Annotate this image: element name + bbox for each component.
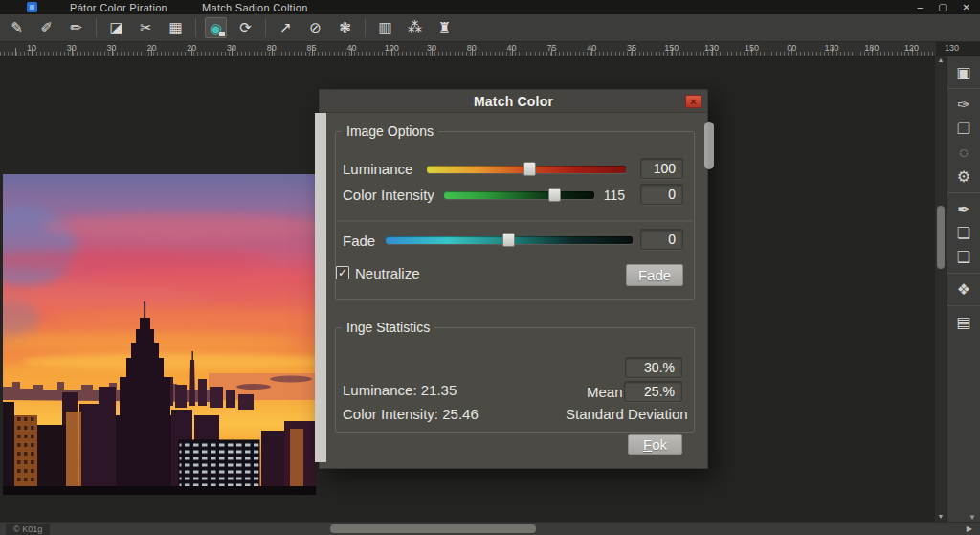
brush-icon[interactable]: ✐ (35, 17, 57, 38)
status-bar: © K01g ▶ (0, 522, 980, 535)
background-panel-edge (315, 113, 326, 462)
color-intensity-inline-value: 115 (592, 188, 625, 203)
scroll-up-icon[interactable]: ▲ (935, 56, 947, 63)
dialog-title: Match Color (320, 90, 707, 113)
dashed-circle-icon[interactable]: ◌ (951, 142, 976, 164)
ruler-label: 30 (427, 43, 436, 53)
mean-label: Mean (587, 384, 623, 400)
book-icon[interactable]: ▥ (374, 17, 396, 38)
toolbar-divider (265, 18, 266, 37)
marker-icon[interactable]: ✏ (65, 17, 87, 38)
sidebar-divider (947, 192, 980, 193)
vertical-scrollbar-thumb[interactable] (937, 206, 945, 269)
luminance-handle[interactable] (523, 162, 536, 176)
duplicate-icon[interactable]: ❑ (951, 246, 976, 268)
dialog-edge-highlight (704, 122, 714, 169)
minimize-icon[interactable]: – (918, 0, 924, 14)
ruler-label: 130 (945, 43, 959, 53)
color-intensity-track[interactable] (444, 191, 594, 199)
stamp-icon[interactable]: ♜ (434, 17, 456, 38)
scroll-right-icon[interactable]: ▶ (967, 524, 972, 533)
ruler-label: 35 (627, 43, 636, 53)
neutralize-checkbox[interactable] (336, 266, 349, 279)
pen-tool-icon[interactable]: ✑ (951, 94, 976, 116)
ruler-label: 40 (507, 43, 517, 53)
sidebar-icons: ▣✑❐◌⚙✒❏❑❖▤ (947, 61, 980, 335)
statistics-label: Inge Statistics (342, 320, 434, 335)
window-title: Pátor Color Piration (70, 2, 167, 13)
ruler-label: 00 (787, 43, 796, 53)
ruler-label: 40 (346, 43, 356, 53)
resize-corner-icon: ▼ (969, 513, 976, 522)
luminance-stat: Luminance: 21.35 (343, 382, 457, 398)
luminance-input[interactable]: 100 (640, 158, 683, 179)
toolbar: ✎✐✏◪✂▦◉⟳↗⊘❃▥⁂♜ (0, 14, 980, 42)
ruler-label: 130 (704, 43, 719, 53)
vertical-scrollbar[interactable]: ▲ ▼ (935, 56, 947, 522)
toolbar-groups: ✎✐✏◪✂▦◉⟳↗⊘❃▥⁂♜ (6, 17, 456, 38)
ruler-label: 20 (187, 43, 196, 53)
dialog-separator (337, 220, 693, 221)
sidebar-divider (947, 88, 980, 89)
sidebar-divider (947, 273, 980, 274)
copy-icon[interactable]: ❐ (951, 118, 976, 140)
tool-sidebar: ▣✑❐◌⚙✒❏❑❖▤ (947, 56, 980, 522)
fade-input[interactable]: 0 (640, 229, 683, 250)
app-logo-icon (27, 2, 37, 12)
pen-icon[interactable]: ✎ (6, 17, 28, 38)
ruler-label: 85 (307, 43, 317, 53)
node-tree-icon[interactable]: ⁂ (404, 17, 426, 38)
mean-input[interactable]: 25.% (624, 381, 682, 402)
dialog-titlebar[interactable]: Match Color ✕ (320, 90, 707, 113)
slice-icon[interactable]: ✂ (135, 17, 157, 38)
zoom-cancel-icon[interactable]: ⊘ (304, 17, 326, 38)
window-subtitle: Match Sadion Coltion (202, 2, 308, 13)
ruler-label: 130 (824, 43, 838, 53)
transform-arrow-icon[interactable]: ↗ (275, 17, 297, 38)
ruler-label: 150 (664, 43, 679, 53)
ruler-label: 150 (745, 43, 759, 53)
application-window: Pátor Color Piration Match Sadion Coltio… (0, 0, 980, 535)
rotate-icon[interactable]: ⟳ (234, 17, 256, 38)
brushes-icon[interactable]: ✒ (951, 198, 976, 220)
patch-icon[interactable]: ◪ (105, 17, 127, 38)
match-color-dialog: Match Color ✕ Image Options Luminance 10… (319, 89, 708, 469)
scroll-down-icon[interactable]: ▼ (935, 513, 947, 520)
ruler-label: 80 (267, 43, 277, 53)
fade-label: Fade (343, 233, 375, 249)
ok-button[interactable]: Fok (628, 434, 682, 455)
ruler-label: 10 (27, 43, 36, 53)
dialog-close-icon[interactable]: ✕ (685, 95, 702, 108)
horizontal-scrollbar-thumb[interactable] (330, 524, 536, 533)
color-intensity-stat: Color Intensity: 25.46 (343, 406, 479, 422)
ruler-label: 20 (146, 43, 156, 53)
luminance-slider[interactable] (427, 166, 626, 175)
toolbar-divider (96, 18, 97, 37)
standard-deviation-label: Standard Deviation (566, 406, 688, 422)
luminance-label: Luminance (343, 161, 412, 177)
color-intensity-input[interactable]: 0 (640, 184, 683, 205)
toolbar-divider (195, 18, 196, 37)
fade-button[interactable]: Fade (626, 264, 683, 286)
window-titlebar: Pátor Color Piration Match Sadion Coltio… (0, 0, 980, 14)
ruler-label: 40 (587, 43, 596, 53)
horizontal-ruler: 1030302020308085401003080407540351501301… (0, 42, 936, 56)
fade-handle[interactable] (502, 233, 515, 247)
color-intensity-slider[interactable] (444, 191, 594, 201)
notes-icon[interactable]: ▤ (951, 311, 976, 333)
color-intensity-handle[interactable] (548, 188, 561, 202)
gear-cluster-icon[interactable]: ❃ (334, 17, 356, 38)
fade-slider[interactable] (386, 236, 633, 246)
crop-icon[interactable]: ▣ (951, 61, 976, 83)
sample-marquee-icon[interactable]: ◉ (205, 17, 227, 38)
maximize-icon[interactable]: ▢ (938, 0, 947, 14)
shapes-icon[interactable]: ❖ (951, 279, 976, 301)
table-icon[interactable]: ▦ (165, 17, 187, 38)
canvas-photo[interactable] (3, 174, 316, 495)
frame-icon[interactable]: ❏ (951, 222, 976, 244)
close-icon[interactable]: ✕ (963, 0, 970, 14)
ruler-label: 30 (227, 43, 236, 53)
statistics-top-input[interactable]: 30.% (625, 357, 682, 378)
neutralize-label: Neutralize (355, 265, 420, 281)
gear-icon[interactable]: ⚙ (951, 166, 976, 188)
